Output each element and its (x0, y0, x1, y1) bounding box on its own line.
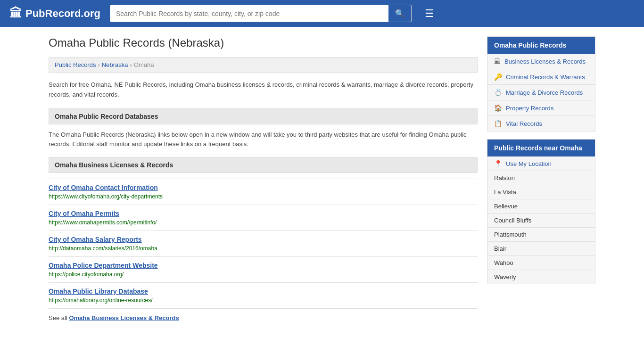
page-title: Omaha Public Records (Nebraska) (49, 36, 478, 49)
breadcrumb-nebraska[interactable]: Nebraska (102, 61, 128, 68)
page-description: Search for free Omaha, NE Public Records… (49, 80, 478, 100)
record-link-1[interactable]: City of Omaha Permits (49, 210, 478, 217)
nearby-city-7[interactable]: Waverly (487, 270, 595, 284)
record-list: City of Omaha Contact Information https:… (49, 179, 478, 309)
record-item-2: City of Omaha Salary Reports http://data… (49, 230, 478, 256)
databases-description: The Omaha Public Records (Nebraska) link… (49, 130, 478, 150)
business-section-header: Omaha Business Licenses & Records (49, 157, 478, 173)
site-logo[interactable]: 🏛 PubRecord.org (9, 6, 100, 21)
sidebar: Omaha Public Records 🏛 Business Licenses… (487, 36, 595, 321)
public-records-sidebar-box: Omaha Public Records 🏛 Business Licenses… (487, 36, 595, 132)
record-link-3[interactable]: Omaha Police Department Website (49, 262, 478, 269)
breadcrumb-omaha: Omaha (134, 61, 154, 68)
search-bar: 🔍 (110, 5, 412, 22)
search-input[interactable] (110, 6, 388, 21)
record-link-0[interactable]: City of Omaha Contact Information (49, 184, 478, 191)
content-area: Omaha Public Records (Nebraska) Public R… (49, 36, 478, 321)
menu-icon[interactable]: ☰ (425, 8, 434, 20)
nearby-city-6[interactable]: Wahoo (487, 256, 595, 270)
sidebar-item-vital[interactable]: 📋 Vital Records (487, 116, 595, 131)
logo-text: PubRecord.org (25, 8, 100, 20)
databases-section-header: Omaha Public Record Databases (49, 108, 478, 124)
nearby-city-5[interactable]: Blair (487, 242, 595, 256)
nearby-city-1[interactable]: La Vista (487, 185, 595, 199)
record-item-4: Omaha Public Library Database https://om… (49, 282, 478, 309)
nearby-city-4[interactable]: Plattsmouth (487, 228, 595, 242)
business-icon: 🏛 (494, 58, 501, 65)
record-link-4[interactable]: Omaha Public Library Database (49, 288, 478, 295)
vital-icon: 📋 (494, 120, 502, 127)
record-url-4: https://omahalibrary.org/online-resource… (49, 297, 153, 304)
criminal-icon: 🔑 (494, 73, 502, 81)
record-item-0: City of Omaha Contact Information https:… (49, 179, 478, 205)
sidebar-item-marriage[interactable]: 💍 Marriage & Divorce Records (487, 85, 595, 100)
record-url-1: https://www.omahapermits.com//permitinfo… (49, 219, 157, 226)
record-item-1: City of Omaha Permits https://www.omahap… (49, 205, 478, 230)
breadcrumb: Public Records › Nebraska › Omaha (49, 57, 478, 73)
property-icon: 🏠 (494, 104, 502, 112)
record-link-2[interactable]: City of Omaha Salary Reports (49, 236, 478, 243)
record-url-3: https://police.cityofomaha.org/ (49, 271, 124, 278)
see-all-text: See all Omaha Business Licenses & Record… (49, 314, 478, 321)
nearby-city-2[interactable]: Bellevue (487, 199, 595, 214)
record-url-2: http://dataomaha.com/salaries/2016/omaha (49, 245, 157, 252)
record-url-0: https://www.cityofomaha.org/city-departm… (49, 193, 163, 200)
nearby-city-3[interactable]: Council Bluffs (487, 214, 595, 228)
nearby-header: Public Records near Omaha (487, 140, 595, 156)
public-records-sidebar-header: Omaha Public Records (487, 37, 595, 54)
search-button[interactable]: 🔍 (388, 5, 411, 22)
logo-icon: 🏛 (9, 6, 22, 21)
see-all-link[interactable]: Omaha Business Licenses & Records (69, 314, 179, 321)
sidebar-item-property[interactable]: 🏠 Property Records (487, 100, 595, 116)
sidebar-item-criminal[interactable]: 🔑 Criminal Records & Warrants (487, 69, 595, 85)
location-pin-icon: 📍 (494, 160, 502, 167)
use-location-item[interactable]: 📍 Use My Location (487, 156, 595, 171)
breadcrumb-public-records[interactable]: Public Records (55, 61, 96, 68)
marriage-icon: 💍 (494, 89, 502, 96)
record-item-3: Omaha Police Department Website https://… (49, 256, 478, 282)
sidebar-item-business[interactable]: 🏛 Business Licenses & Records (487, 54, 595, 69)
nearby-box: Public Records near Omaha 📍 Use My Locat… (487, 139, 595, 284)
nearby-city-0[interactable]: Ralston (487, 171, 595, 185)
